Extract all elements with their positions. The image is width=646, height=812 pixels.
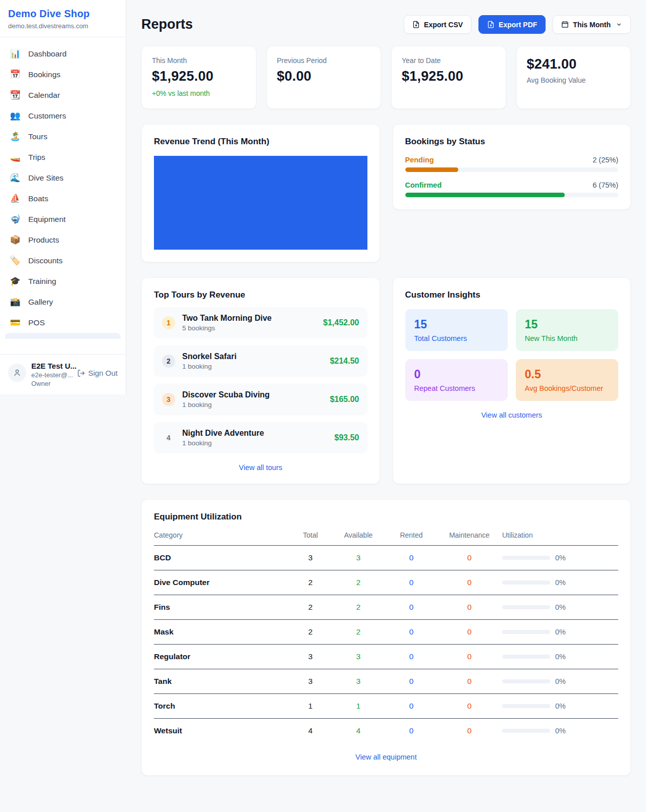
insights-row: Top Tours by Revenue 1 Two Tank Morning … [141, 277, 631, 484]
revenue-trend-chart [154, 156, 367, 250]
user-icon [13, 368, 22, 377]
insight-value: 0.5 [525, 368, 609, 381]
equipment-rented: 0 [386, 702, 437, 711]
sidebar-nav-item[interactable]: 📅 Bookings [4, 64, 122, 85]
header-actions: Export CSV Export PDF This Month [404, 15, 631, 34]
export-pdf-button[interactable]: Export PDF [478, 15, 546, 34]
view-all-customers-link[interactable]: View all customers [405, 411, 619, 419]
equipment-row: Mask 2 2 0 0 0% [154, 620, 618, 645]
equipment-row: BCD 3 3 0 0 0% [154, 546, 618, 570]
sidebar-nav-item[interactable]: 🏷️ Discounts [4, 250, 122, 271]
stat-card: Previous Period $0.00 [266, 46, 382, 109]
sidebar-nav-item[interactable]: 📸 Gallery [4, 292, 122, 312]
equipment-category: Mask [154, 627, 290, 636]
top-tours-card: Top Tours by Revenue 1 Two Tank Morning … [141, 277, 380, 484]
equipment-category: Fins [154, 603, 290, 612]
equipment-row: Wetsuit 4 4 0 0 0% [154, 719, 618, 743]
sidebar-nav-item[interactable]: ⛵ Boats [4, 188, 122, 209]
status-row: Confirmed 6 (75%) [405, 181, 619, 197]
stat-value: $1,925.00 [152, 69, 246, 84]
tour-rank-badge: 1 [162, 316, 175, 329]
tour-name: Two Tank Morning Dive [182, 314, 316, 323]
sidebar-nav-item[interactable]: 💳 POS [4, 312, 122, 333]
chevron-down-icon [616, 21, 622, 28]
equipment-total: 2 [290, 603, 331, 612]
tour-name: Discover Scuba Diving [182, 390, 323, 399]
equipment-maintenance: 0 [437, 603, 502, 612]
nav-item-icon: 💳 [9, 317, 21, 328]
column-header: Maintenance [437, 531, 502, 539]
sidebar-nav-item[interactable]: 📆 Calendar [4, 85, 122, 105]
file-download-icon [412, 21, 420, 28]
sidebar-nav-item[interactable]: 🤿 Equipment [4, 209, 122, 229]
equipment-total: 3 [290, 652, 331, 661]
user-role: Owner [31, 380, 72, 387]
nav-item-label: Trips [28, 153, 45, 162]
nav-item-icon: 🏝️ [9, 131, 21, 142]
equipment-available: 3 [331, 652, 386, 661]
equipment-available: 4 [331, 726, 386, 735]
status-label: Pending [405, 156, 434, 164]
equipment-row: Regulator 3 3 0 0 0% [154, 645, 618, 669]
equipment-utilization-card: Equipment Utilization Category Total Ava… [141, 499, 631, 776]
nav-item-label: Equipment [28, 215, 66, 224]
shop-name: Demo Dive Shop [8, 8, 118, 20]
equipment-maintenance: 0 [437, 726, 502, 735]
equipment-row: Fins 2 2 0 0 0% [154, 595, 618, 620]
equipment-row: Tank 3 3 0 0 0% [154, 669, 618, 694]
sidebar-nav-item[interactable]: 📊 Dashboard [4, 43, 122, 64]
export-csv-button[interactable]: Export CSV [404, 15, 471, 34]
nav-item-label: Bookings [28, 70, 61, 79]
equipment-row: Dive Computer 2 2 0 0 0% [154, 570, 618, 595]
tour-row: 1 Two Tank Morning Dive 5 bookings $1,45… [154, 307, 367, 338]
tour-rank-badge: 4 [162, 431, 175, 444]
period-dropdown[interactable]: This Month [553, 15, 631, 34]
stat-label: This Month [152, 56, 246, 65]
file-download-icon [487, 21, 495, 28]
insight-tile: 15 Total Customers [405, 309, 508, 351]
equipment-table-header: Category Total Available Rented Maintena… [154, 522, 618, 546]
equipment-available: 1 [331, 702, 386, 711]
sign-out-label: Sign Out [88, 369, 118, 377]
utilization-bar [502, 605, 550, 609]
main-content: Reports Export CSV Export PDF This Month… [126, 0, 646, 791]
sign-out-button[interactable]: Sign Out [77, 369, 118, 377]
nav-item-icon: 📆 [9, 90, 21, 100]
equipment-total: 3 [290, 553, 331, 562]
equipment-available: 3 [331, 553, 386, 562]
equipment-maintenance: 0 [437, 578, 502, 587]
equipment-maintenance: 0 [437, 553, 502, 562]
equipment-utilization-title: Equipment Utilization [154, 512, 618, 522]
sidebar-nav-item[interactable]: 🏝️ Tours [4, 126, 122, 147]
sidebar-nav-item[interactable]: 📦 Products [4, 229, 122, 250]
sidebar-nav-item[interactable]: 🌊 Dive Sites [4, 167, 122, 188]
nav-item-icon: 📸 [9, 297, 21, 307]
sidebar-nav-item[interactable]: 👥 Customers [4, 105, 122, 126]
status-progress-fill [405, 167, 459, 172]
equipment-category: Wetsuit [154, 726, 290, 735]
page-header: Reports Export CSV Export PDF This Month [141, 15, 631, 34]
customer-insights-card: Customer Insights 15 Total Customers 15 … [393, 277, 631, 484]
tour-name: Night Dive Adventure [182, 429, 328, 438]
sign-out-icon [77, 369, 85, 377]
stat-card: Year to Date $1,925.00 [391, 46, 506, 109]
column-header: Category [154, 531, 290, 539]
nav-item-icon: ⛵ [9, 193, 21, 204]
sidebar-nav-item[interactable]: 🎓 Training [4, 271, 122, 292]
equipment-available: 2 [331, 627, 386, 636]
insight-value: 15 [414, 318, 499, 331]
tour-bookings: 1 booking [182, 439, 328, 447]
insight-label: Total Customers [414, 334, 499, 342]
view-all-equipment-link[interactable]: View all equipment [154, 753, 618, 761]
view-all-tours-link[interactable]: View all tours [154, 463, 367, 472]
equipment-rented: 0 [386, 578, 437, 587]
sidebar-nav: 📊 Dashboard 📅 Bookings 📆 Calendar 👥 Cust… [0, 37, 126, 354]
equipment-row: Torch 1 1 0 0 0% [154, 694, 618, 719]
column-header: Total [290, 531, 331, 539]
charts-row: Revenue Trend (This Month) Bookings by S… [141, 124, 631, 262]
tour-rank-badge: 2 [162, 355, 175, 368]
sidebar-header: Demo Dive Shop demo.test.divestreams.com [0, 0, 126, 37]
sidebar-nav-item[interactable]: 🚤 Trips [4, 147, 122, 167]
sidebar-item-reports-partial[interactable] [5, 333, 121, 339]
equipment-total: 3 [290, 677, 331, 686]
